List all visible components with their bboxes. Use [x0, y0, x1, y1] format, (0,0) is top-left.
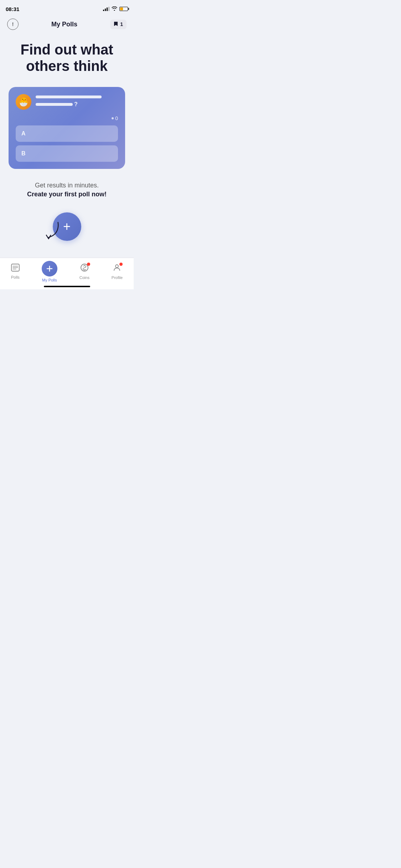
- poll-question-mark: ?: [74, 101, 78, 108]
- cta-line2: Create your first poll now!: [27, 191, 107, 198]
- page-title: My Polls: [51, 21, 77, 28]
- polls-icon-wrapper: [11, 264, 20, 274]
- badge-count: 1: [120, 21, 123, 27]
- bookmark-badge[interactable]: 1: [110, 20, 127, 29]
- poll-option-b-label: B: [21, 150, 26, 156]
- poll-line-long: [36, 95, 102, 98]
- status-time: 08:31: [6, 6, 19, 12]
- tab-my-polls[interactable]: My Polls: [42, 261, 57, 282]
- tab-bar: Polls My Polls Coins: [0, 258, 134, 289]
- hero-headline: Find out what others think: [9, 41, 125, 74]
- polls-icon: [11, 264, 20, 274]
- tab-polls[interactable]: Polls: [11, 264, 20, 279]
- cta-line1: Get results in minutes.: [27, 182, 107, 189]
- polls-label: Polls: [11, 275, 20, 279]
- coins-badge: [87, 263, 90, 266]
- main-content: Find out what others think 🐣 ? 0 A B Get…: [0, 34, 134, 248]
- my-polls-label: My Polls: [42, 278, 57, 282]
- signal-icon: [103, 7, 109, 11]
- bookmark-icon: [114, 21, 118, 27]
- battery-icon: [119, 7, 128, 11]
- svg-point-9: [115, 265, 118, 268]
- my-polls-icon: [42, 261, 57, 277]
- cta-button-container: +: [53, 212, 81, 241]
- info-button[interactable]: !: [7, 19, 19, 30]
- wifi-icon: [112, 6, 117, 12]
- poll-avatar: 🐣: [16, 94, 31, 110]
- poll-lines: ?: [36, 94, 118, 108]
- profile-label: Profile: [112, 275, 123, 280]
- poll-card-preview: 🐣 ? 0 A B: [9, 87, 125, 169]
- status-bar: 08:31: [0, 0, 134, 16]
- poll-votes: 0: [16, 115, 118, 121]
- votes-dot: [112, 117, 114, 119]
- nav-header: ! My Polls 1: [0, 16, 134, 34]
- profile-icon-wrapper: [113, 263, 121, 274]
- poll-option-a-label: A: [21, 130, 26, 136]
- arrow-indicator: [40, 218, 62, 245]
- tab-profile[interactable]: Profile: [112, 263, 123, 280]
- poll-option-a[interactable]: A: [16, 125, 118, 142]
- poll-card-header: 🐣 ?: [16, 94, 118, 110]
- coins-icon-wrapper: [80, 263, 89, 274]
- poll-option-b[interactable]: B: [16, 145, 118, 162]
- home-indicator: [44, 286, 90, 287]
- cta-section: Get results in minutes. Create your firs…: [27, 182, 107, 198]
- votes-count: 0: [115, 115, 118, 121]
- tab-coins[interactable]: Coins: [79, 263, 89, 280]
- poll-line-short: [36, 103, 73, 106]
- profile-badge: [119, 263, 123, 266]
- coins-label: Coins: [79, 275, 89, 280]
- status-icons: [103, 6, 128, 12]
